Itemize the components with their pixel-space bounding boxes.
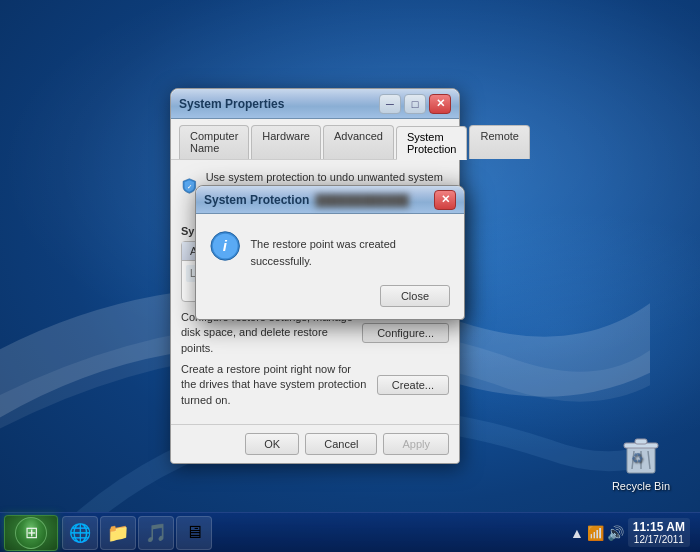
close-window-button[interactable]: ✕: [429, 94, 451, 114]
systray-icons: ▲ 📶 🔊: [570, 525, 624, 541]
ok-button[interactable]: OK: [245, 433, 299, 455]
taskbar: ⊞ 🌐 📁 🎵 🖥 ▲ 📶 🔊: [0, 512, 700, 552]
create-text: Create a restore point right now for the…: [181, 362, 377, 408]
start-button[interactable]: ⊞: [4, 515, 58, 551]
maximize-button[interactable]: □: [404, 94, 426, 114]
taskbar-ie-button[interactable]: 🌐: [62, 516, 98, 550]
media-icon: 🎵: [145, 522, 167, 544]
tabs-container: Computer Name Hardware Advanced System P…: [171, 119, 459, 160]
tab-remote[interactable]: Remote: [469, 125, 530, 159]
dialog-body: i The restore point was created successf…: [196, 214, 464, 319]
window-titlebar[interactable]: System Properties ─ □ ✕: [171, 89, 459, 119]
systray-clock[interactable]: 11:15 AM 12/17/2011: [628, 518, 690, 547]
dialog-close-btn[interactable]: Close: [380, 285, 450, 307]
dialog-title-blurred: ████████████: [315, 194, 409, 206]
start-orb: ⊞: [15, 517, 47, 549]
taskbar-media-button[interactable]: 🎵: [138, 516, 174, 550]
minimize-button[interactable]: ─: [379, 94, 401, 114]
svg-text:✓: ✓: [187, 183, 192, 190]
dialog-controls: ✕: [434, 190, 456, 210]
dialog-close-button[interactable]: ✕: [434, 190, 456, 210]
desktop: ♻ Recycle Bin System Properties ─ □ ✕ Co…: [0, 0, 700, 552]
dialog-footer: Close: [210, 285, 450, 307]
ie-icon: 🌐: [69, 522, 91, 544]
clock-date: 12/17/2011: [633, 534, 685, 545]
window-controls: ─ □ ✕: [379, 94, 451, 114]
dialog-message: The restore point was created successful…: [250, 230, 450, 269]
tab-hardware[interactable]: Hardware: [251, 125, 321, 159]
taskbar-apps: 🌐 📁 🎵 🖥: [62, 516, 564, 550]
svg-rect-2: [635, 439, 647, 444]
system-tray: ▲ 📶 🔊 11:15 AM 12/17/2011: [564, 518, 696, 547]
tab-system-protection[interactable]: System Protection: [396, 126, 468, 160]
create-button[interactable]: Create...: [377, 375, 449, 395]
recycle-bin-label: Recycle Bin: [612, 480, 670, 492]
cancel-button[interactable]: Cancel: [305, 433, 377, 455]
windows-logo-icon: ⊞: [25, 523, 38, 542]
system-protection-dialog: System Protection ████████████ ✕ i The r…: [195, 185, 465, 320]
svg-text:♻: ♻: [631, 450, 644, 466]
create-row: Create a restore point right now for the…: [181, 362, 449, 408]
explorer-icon: 📁: [107, 522, 129, 544]
tab-computer-name[interactable]: Computer Name: [179, 125, 249, 159]
network-icon: 🖥: [185, 522, 203, 543]
tray-network-icon[interactable]: 📶: [587, 525, 604, 541]
dialog-titlebar[interactable]: System Protection ████████████ ✕: [196, 186, 464, 214]
clock-time: 11:15 AM: [633, 520, 685, 534]
info-icon: i: [210, 230, 240, 262]
taskbar-network-button[interactable]: 🖥: [176, 516, 212, 550]
taskbar-explorer-button[interactable]: 📁: [100, 516, 136, 550]
apply-button[interactable]: Apply: [383, 433, 449, 455]
tab-advanced[interactable]: Advanced: [323, 125, 394, 159]
tray-volume-icon[interactable]: 🔊: [607, 525, 624, 541]
configure-button[interactable]: Configure...: [362, 323, 449, 343]
window-title: System Properties: [179, 97, 284, 111]
dialog-title: System Protection: [204, 193, 309, 207]
tray-arrow-icon[interactable]: ▲: [570, 525, 584, 541]
recycle-bin[interactable]: ♻ Recycle Bin: [612, 433, 670, 492]
window-footer: OK Cancel Apply: [171, 424, 459, 463]
recycle-bin-icon: ♻: [621, 433, 661, 477]
dialog-content: i The restore point was created successf…: [210, 230, 450, 269]
